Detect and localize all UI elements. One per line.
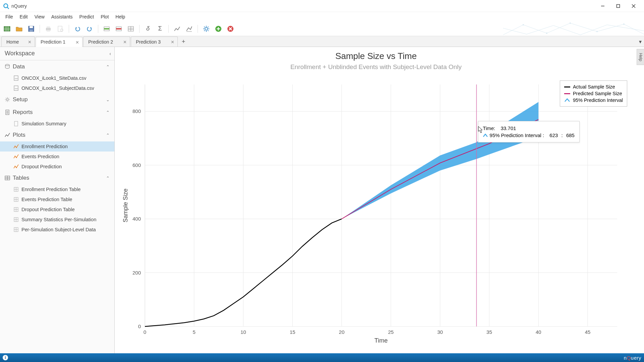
table-item[interactable]: Per-Simulation Subject-Level Data — [0, 225, 114, 235]
svg-text:Time: Time — [374, 337, 387, 344]
info-icon[interactable]: i — [3, 355, 8, 360]
svg-rect-22 — [116, 28, 121, 29]
menu-help[interactable]: Help — [112, 13, 128, 21]
menu-plot[interactable]: Plot — [97, 13, 112, 21]
close-icon[interactable]: ✕ — [27, 40, 32, 44]
save-button[interactable] — [26, 24, 36, 34]
section-data[interactable]: Data ⌃ — [0, 60, 114, 73]
redo-button[interactable] — [85, 24, 95, 34]
page-icon — [13, 121, 19, 126]
data-file-item[interactable]: csvONCOX_iLook1_SiteData.csv — [0, 73, 114, 83]
section-tables[interactable]: Tables ⌃ — [0, 172, 114, 184]
menu-file[interactable]: File — [2, 13, 16, 21]
tab-bar: Home✕ Prediction 1✕ Prediction 2✕ Predic… — [0, 36, 644, 47]
app-logo-icon — [3, 3, 9, 9]
print-preview-button[interactable] — [55, 24, 65, 34]
database-icon — [5, 64, 10, 69]
close-icon[interactable]: ✕ — [122, 40, 127, 44]
close-window-button[interactable] — [626, 0, 641, 12]
svg-text:20: 20 — [339, 329, 344, 335]
close-icon[interactable]: ✕ — [170, 40, 175, 44]
new-table-button[interactable] — [2, 24, 12, 34]
svg-line-1 — [7, 7, 9, 9]
svg-point-72 — [16, 167, 17, 168]
svg-point-18 — [60, 29, 63, 32]
menu-edit[interactable]: Edit — [16, 13, 31, 21]
chart-subtitle: Enrollment + Unblinded Events with Subje… — [121, 63, 631, 71]
svg-line-36 — [208, 26, 209, 27]
open-button[interactable] — [14, 24, 24, 34]
table-item[interactable]: Dropout Prediction Table — [0, 204, 114, 215]
section-reports[interactable]: Reports ⌃ — [0, 106, 114, 119]
svg-point-48 — [5, 64, 9, 66]
undo-button[interactable] — [72, 24, 83, 34]
table-item[interactable]: Enrollment Prediction Table — [0, 184, 114, 194]
item-label: Summary Statistics Per-Simulation — [21, 217, 96, 222]
minimize-button[interactable] — [595, 0, 610, 12]
csv-file-icon: csv — [13, 85, 19, 91]
report-item[interactable]: Simulation Summary — [0, 119, 114, 129]
plot-item-enrollment[interactable]: Enrollment Prediction — [0, 141, 114, 152]
svg-point-71 — [15, 166, 16, 167]
workspace-header: Workspace ‹ — [0, 47, 114, 60]
title-bar: nQuery — [0, 0, 644, 12]
tab-prediction-1[interactable]: Prediction 1✕ — [36, 37, 83, 47]
chart-icon — [5, 132, 10, 138]
tooltip-label: 95% Prediction Interval : — [490, 132, 544, 138]
plot-item-events[interactable]: Events Prediction — [0, 152, 114, 162]
menu-predict[interactable]: Predict — [76, 13, 98, 21]
menu-view[interactable]: View — [31, 13, 48, 21]
stddev-button[interactable]: δ — [143, 24, 153, 34]
add-button[interactable] — [213, 24, 223, 34]
chart-legend: Actual Sample Size Predicted Sample Size… — [560, 80, 627, 107]
svg-rect-6 — [4, 26, 10, 31]
section-plots[interactable]: Plots ⌃ — [0, 129, 114, 141]
insert-row-button[interactable] — [102, 24, 112, 34]
settings-button[interactable] — [201, 24, 211, 34]
csv-file-icon: csv — [13, 75, 19, 81]
tab-prediction-3[interactable]: Prediction 3✕ — [131, 37, 178, 47]
item-label: Per-Simulation Subject-Level Data — [21, 227, 96, 232]
plot-button-2[interactable] — [184, 24, 194, 34]
legend-label: Actual Sample Size — [573, 84, 615, 89]
tab-home[interactable]: Home✕ — [1, 37, 35, 47]
chevron-up-icon: ⌃ — [106, 176, 110, 181]
tab-label: Home — [6, 39, 19, 45]
svg-rect-20 — [104, 28, 109, 29]
help-side-tab[interactable]: Help — [637, 49, 644, 65]
chevron-down-icon: ⌄ — [106, 97, 110, 102]
sum-button[interactable]: Σ — [155, 24, 165, 34]
section-label: Tables — [13, 175, 29, 181]
menu-bar: File Edit View Assistants Predict Plot H… — [0, 12, 644, 21]
tooltip-label: Time: — [483, 125, 495, 131]
tooltip-value: 623 — [549, 132, 558, 138]
svg-point-70 — [16, 157, 17, 158]
svg-text:600: 600 — [132, 162, 141, 168]
menu-assistants[interactable]: Assistants — [48, 13, 76, 21]
svg-text:15: 15 — [290, 329, 296, 335]
close-icon[interactable]: ✕ — [75, 40, 79, 45]
table-item[interactable]: Events Prediction Table — [0, 194, 114, 204]
svg-point-43 — [523, 24, 524, 25]
table-item[interactable]: Summary Statistics Per-Simulation — [0, 215, 114, 225]
tab-overflow-button[interactable]: ▾ — [637, 37, 644, 47]
grid-icon — [13, 217, 19, 222]
collapse-sidebar-button[interactable]: ‹ — [109, 51, 111, 56]
remove-button[interactable] — [225, 24, 235, 34]
gear-icon — [5, 97, 10, 102]
add-tab-button[interactable]: + — [178, 37, 189, 47]
svg-point-53 — [6, 99, 8, 101]
plot-button-1[interactable] — [172, 24, 182, 34]
workspace-sidebar: Workspace ‹ Data ⌃ csvONCOX_iLook1_SiteD… — [0, 47, 115, 353]
interval-swatch-icon — [564, 98, 570, 102]
table-button[interactable] — [126, 24, 136, 34]
data-file-item[interactable]: csvONCOX_iLook1_SubjectData.csv — [0, 83, 114, 93]
print-button[interactable] — [43, 24, 53, 34]
svg-point-47 — [623, 23, 625, 25]
delete-row-button[interactable] — [114, 24, 124, 34]
maximize-button[interactable] — [610, 0, 626, 12]
section-setup[interactable]: Setup ⌄ — [0, 93, 114, 106]
plot-item-dropout[interactable]: Dropout Prediction — [0, 162, 114, 172]
item-label: Dropout Prediction — [21, 164, 62, 169]
tab-prediction-2[interactable]: Prediction 2✕ — [83, 37, 130, 47]
